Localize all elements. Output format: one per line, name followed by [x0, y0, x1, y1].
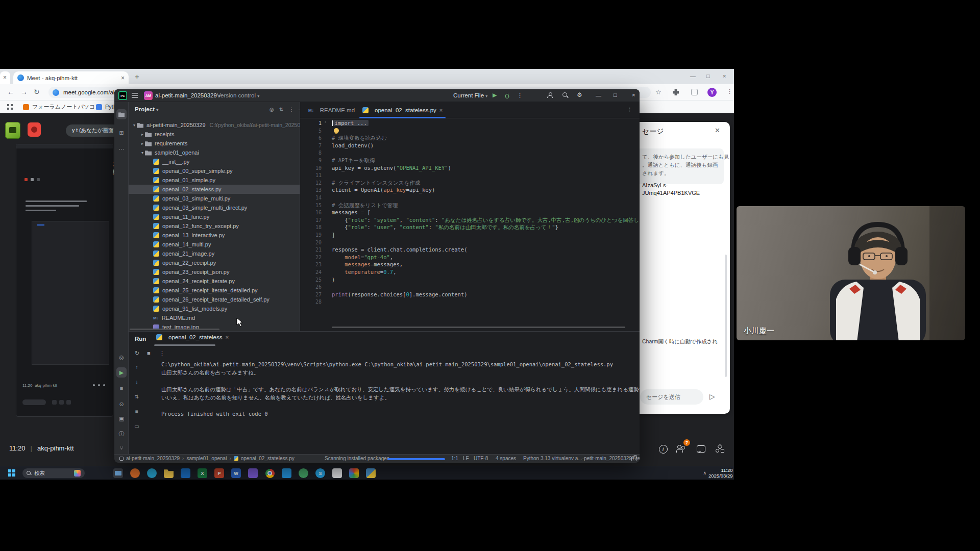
project-tree-item[interactable]: openai_12_func_try_except.py	[129, 221, 300, 231]
project-tree-item[interactable]: openai_02_stateless.py	[129, 185, 300, 194]
window-close-icon[interactable]: ×	[723, 73, 726, 79]
intention-bulb-icon[interactable]	[334, 128, 339, 133]
browser-tab-meet[interactable]: Meet - akq-pihm-ktt ×	[13, 71, 129, 84]
tree-caret-icon[interactable]: ▸	[140, 132, 145, 137]
lock-icon[interactable]	[631, 457, 636, 461]
tab-readme[interactable]: M↓ README.md	[303, 102, 360, 118]
commit-tool-icon[interactable]: ◎	[116, 352, 127, 362]
window-minimize-icon[interactable]: —	[690, 73, 696, 79]
send-message-icon[interactable]: ▷	[709, 392, 715, 400]
breadcrumbs[interactable]: ai-petit-main_20250329›sample01_openai›o…	[119, 456, 295, 461]
excel-icon[interactable]: X	[198, 468, 207, 478]
git-tool-icon[interactable]: ⑂	[116, 443, 127, 453]
run-tab[interactable]: openai_02_stateless ×	[156, 334, 229, 340]
project-tree-item[interactable]: openai_21_image.py	[129, 249, 300, 258]
run-options-icon[interactable]: ⋮	[159, 350, 165, 357]
info-tool-icon[interactable]: ⓘ	[116, 429, 127, 439]
project-tree-item[interactable]: ▸receipts	[129, 130, 300, 139]
terminal-tool-icon[interactable]: ▣	[116, 413, 127, 423]
project-tree-item[interactable]: openai_14_multi.py	[129, 240, 300, 249]
taskbar-search[interactable]: 検索	[22, 468, 85, 478]
panel-options-icon[interactable]: ⋮	[289, 107, 294, 112]
project-tree-item[interactable]: openai_11_func.py	[129, 212, 300, 221]
breadcrumb-item[interactable]: openai_02_stateless.py	[241, 456, 295, 461]
settings-gear-icon[interactable]: ⚙	[577, 91, 582, 98]
chat-scrollbar[interactable]	[725, 255, 727, 377]
tab-close-icon[interactable]: ×	[121, 74, 125, 82]
tree-caret-icon[interactable]: ▾	[132, 123, 137, 128]
project-tree-item[interactable]: openai_24_receipt_iterate.py	[129, 277, 300, 286]
run-tool-icon[interactable]: ▶	[116, 367, 127, 378]
project-tree-item[interactable]: openai_03_simple_multi.py	[129, 194, 300, 203]
breadcrumb-item[interactable]: sample01_openai	[186, 456, 227, 461]
interpreter-setting[interactable]: Python 3.13 virtualenv a...-petit-main_2…	[523, 456, 640, 461]
project-tree-item[interactable]: openai_00_super_simple.py	[129, 166, 300, 176]
record-icon[interactable]	[28, 122, 41, 137]
taskbar-clock[interactable]: 11:20 2025/03/29	[708, 468, 733, 479]
breadcrumb-item[interactable]: ai-petit-main_20250329	[126, 456, 180, 461]
expand-collapse-icon[interactable]: ⇅	[279, 107, 283, 112]
run-config-selector[interactable]: Current File ▾	[453, 92, 487, 98]
vscode-icon[interactable]	[282, 468, 291, 478]
python-icon[interactable]	[366, 468, 376, 478]
fold-arrow-icon[interactable]: ›	[325, 119, 326, 124]
close-icon[interactable]: ×	[3, 74, 7, 81]
outlook-icon[interactable]	[181, 468, 190, 478]
tab-close-icon[interactable]: ×	[439, 107, 443, 113]
debug-button[interactable]	[504, 92, 510, 101]
project-tree-item[interactable]: ▾ai-petit-main_20250329C:¥python_okiba¥a…	[129, 120, 300, 130]
file-encoding[interactable]: UTF-8	[474, 456, 488, 461]
file-explorer-icon[interactable]	[164, 468, 174, 478]
chrome-icon[interactable]	[265, 468, 275, 478]
main-menu-icon[interactable]	[132, 93, 138, 98]
project-tree-item[interactable]: openai_03_simple_multi_direct.py	[129, 203, 300, 212]
project-tree-item[interactable]: openai_26_receipt_iterate_detailed_self.…	[129, 295, 300, 304]
green-app-icon[interactable]	[299, 468, 308, 478]
project-tree-item[interactable]: openai_23_receipt_json.py	[129, 267, 300, 277]
stop-icon[interactable]: ■	[147, 350, 151, 356]
project-tree-item[interactable]: __init__.py	[129, 157, 300, 166]
minimize-icon[interactable]: —	[596, 92, 601, 98]
purple-app-icon[interactable]	[248, 468, 258, 478]
more-actions-icon[interactable]: ⋮	[517, 92, 523, 99]
window-maximize-icon[interactable]: □	[706, 73, 710, 79]
start-button[interactable]	[8, 469, 15, 477]
line-separator[interactable]: LF	[463, 456, 469, 461]
project-tree-item[interactable]: openai_01_simple.py	[129, 176, 300, 185]
participants-button[interactable]: 7	[675, 442, 688, 456]
services-tool-icon[interactable]: ≡	[116, 383, 127, 393]
project-tree-item[interactable]: openai_22_receipt.py	[129, 258, 300, 267]
meeting-info-button[interactable]: i	[656, 442, 670, 456]
structure-tool-icon[interactable]: ⊞	[116, 128, 127, 138]
editor-scrollbar[interactable]	[332, 327, 625, 328]
photos-icon[interactable]	[349, 468, 359, 478]
back-icon[interactable]: ←	[7, 88, 14, 96]
activities-button[interactable]	[714, 442, 727, 456]
edge-icon[interactable]	[147, 468, 157, 478]
white-app-icon[interactable]	[332, 468, 342, 478]
project-tree-item[interactable]: openai_13_interactive.py	[129, 231, 300, 240]
close-icon[interactable]: ×	[632, 92, 635, 98]
problems-tool-icon[interactable]: ⊙	[116, 399, 127, 409]
reload-icon[interactable]: ↻	[34, 88, 40, 96]
tree-scrollbar[interactable]	[130, 329, 219, 330]
run-tab-close-icon[interactable]: ×	[226, 334, 229, 340]
project-tree-item[interactable]: openai_25_receipt_iterate_detailed.py	[129, 286, 300, 295]
caret-position[interactable]: 1:1	[451, 456, 458, 461]
profile-avatar[interactable]: Y	[707, 88, 717, 97]
bookmark-item[interactable]: フォーラムノートパソコン	[23, 103, 101, 111]
extension-icon[interactable]	[691, 89, 698, 95]
project-tree-item[interactable]: openai_91_list_models.py	[129, 304, 300, 313]
locate-file-icon[interactable]: ◎	[270, 107, 274, 112]
forward-icon[interactable]: →	[20, 88, 28, 96]
rerun-icon[interactable]: ↻	[135, 350, 139, 357]
project-selector[interactable]: ai-petit-main_20250329 ▾	[155, 92, 220, 98]
chat-close-icon[interactable]: ✕	[715, 127, 720, 134]
powerpoint-icon[interactable]: P	[214, 468, 224, 478]
project-panel-title[interactable]: Project ▾	[135, 106, 158, 112]
version-control-menu[interactable]: Version control ▾	[217, 92, 259, 98]
project-tool-icon[interactable]	[116, 109, 127, 119]
word-icon[interactable]: W	[231, 468, 241, 478]
tree-caret-icon[interactable]: ▸	[140, 141, 145, 146]
apps-grid-icon[interactable]	[7, 104, 13, 110]
